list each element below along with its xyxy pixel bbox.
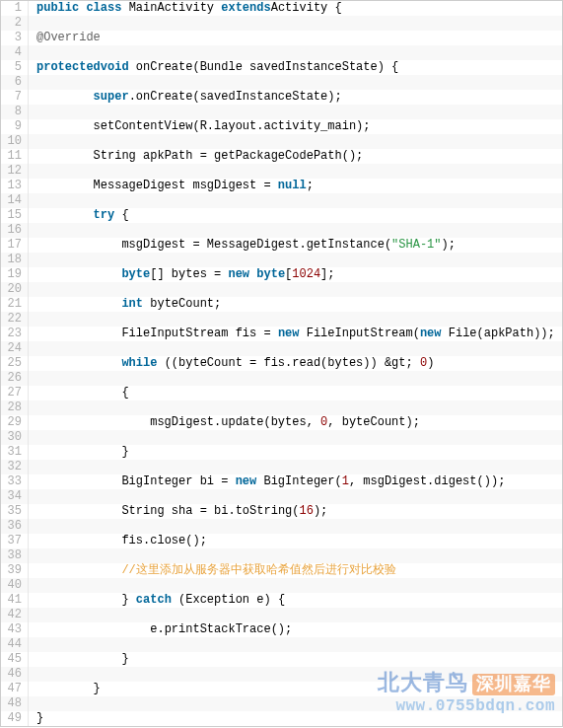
line-number: 1 bbox=[1, 1, 29, 16]
code-content: @Override bbox=[29, 31, 101, 45]
code-content: try { bbox=[29, 208, 129, 223]
line-number: 18 bbox=[1, 253, 29, 267]
code-line: 32 bbox=[1, 460, 562, 474]
line-number: 10 bbox=[1, 134, 29, 149]
code-line: 17 msgDigest = MessageDigest.getInstance… bbox=[1, 238, 562, 253]
code-line: 33 BigInteger bi = new BigInteger(1, msg… bbox=[1, 474, 562, 489]
line-number: 14 bbox=[1, 193, 29, 208]
code-line: 2 bbox=[1, 16, 562, 31]
line-number: 48 bbox=[1, 696, 29, 711]
code-line: 42 bbox=[1, 608, 562, 622]
code-line: 3@Override bbox=[1, 31, 562, 45]
code-content: super.onCreate(savedInstanceState); bbox=[29, 90, 342, 105]
code-line: 40 bbox=[1, 578, 562, 593]
line-number: 7 bbox=[1, 90, 29, 105]
code-line: 13 MessageDigest msgDigest = null; bbox=[1, 179, 562, 193]
line-number: 19 bbox=[1, 267, 29, 282]
code-line: 47 } bbox=[1, 682, 562, 696]
code-content: { bbox=[29, 386, 129, 400]
code-content: protectedvoid onCreate(Bundle savedInsta… bbox=[29, 60, 398, 75]
code-line: 6 bbox=[1, 75, 562, 90]
code-content: msgDigest.update(bytes, 0, byteCount); bbox=[29, 415, 420, 430]
code-content bbox=[29, 253, 36, 267]
code-line: 23 FileInputStream fis = new FileInputSt… bbox=[1, 327, 562, 341]
code-line: 31 } bbox=[1, 445, 562, 460]
code-line: 26 bbox=[1, 371, 562, 386]
code-content: MessageDigest msgDigest = null; bbox=[29, 179, 314, 193]
code-line: 4 bbox=[1, 45, 562, 60]
code-content bbox=[29, 282, 36, 297]
code-content: String sha = bi.toString(16); bbox=[29, 504, 327, 519]
code-content: String apkPath = getPackageCodePath(); bbox=[29, 149, 363, 164]
line-number: 24 bbox=[1, 341, 29, 356]
line-number: 44 bbox=[1, 637, 29, 652]
line-number: 23 bbox=[1, 327, 29, 341]
line-number: 11 bbox=[1, 149, 29, 164]
line-number: 21 bbox=[1, 297, 29, 312]
code-content: public class MainActivity extendsActivit… bbox=[29, 1, 342, 16]
line-number: 36 bbox=[1, 519, 29, 534]
code-content: //这里添加从服务器中获取哈希值然后进行对比校验 bbox=[29, 563, 396, 578]
code-content bbox=[29, 667, 36, 682]
code-line: 11 String apkPath = getPackageCodePath()… bbox=[1, 149, 562, 164]
code-content: while ((byteCount = fis.read(bytes)) &gt… bbox=[29, 356, 434, 371]
code-line: 16 bbox=[1, 223, 562, 238]
line-number: 5 bbox=[1, 60, 29, 75]
code-content bbox=[29, 519, 36, 534]
code-block: 1public class MainActivity extendsActivi… bbox=[0, 0, 563, 727]
code-line: 19 byte[] bytes = new byte[1024]; bbox=[1, 267, 562, 282]
code-content: } catch (Exception e) { bbox=[29, 593, 285, 608]
line-number: 26 bbox=[1, 371, 29, 386]
code-content bbox=[29, 430, 36, 445]
code-line: 37 fis.close(); bbox=[1, 534, 562, 548]
line-number: 37 bbox=[1, 534, 29, 548]
code-content bbox=[29, 105, 36, 119]
code-content: fis.close(); bbox=[29, 534, 207, 548]
line-number: 12 bbox=[1, 164, 29, 179]
code-line: 35 String sha = bi.toString(16); bbox=[1, 504, 562, 519]
code-line: 41 } catch (Exception e) { bbox=[1, 593, 562, 608]
code-content bbox=[29, 16, 36, 31]
code-line: 22 bbox=[1, 312, 562, 327]
code-line: 25 while ((byteCount = fis.read(bytes)) … bbox=[1, 356, 562, 371]
code-line: 5protectedvoid onCreate(Bundle savedInst… bbox=[1, 60, 562, 75]
code-line: 48 bbox=[1, 696, 562, 711]
line-number: 6 bbox=[1, 75, 29, 90]
code-content bbox=[29, 637, 36, 652]
code-content: } bbox=[29, 711, 43, 726]
code-line: 1public class MainActivity extendsActivi… bbox=[1, 1, 562, 16]
code-line: 24 bbox=[1, 341, 562, 356]
code-line: 20 bbox=[1, 282, 562, 297]
line-number: 3 bbox=[1, 31, 29, 45]
code-content bbox=[29, 696, 36, 711]
code-line: 18 bbox=[1, 253, 562, 267]
code-content bbox=[29, 608, 36, 622]
code-line: 49} bbox=[1, 711, 562, 726]
line-number: 39 bbox=[1, 563, 29, 578]
line-number: 41 bbox=[1, 593, 29, 608]
line-number: 31 bbox=[1, 445, 29, 460]
line-number: 17 bbox=[1, 238, 29, 253]
code-content bbox=[29, 223, 36, 238]
line-number: 16 bbox=[1, 223, 29, 238]
line-number: 40 bbox=[1, 578, 29, 593]
line-number: 15 bbox=[1, 208, 29, 223]
code-line: 21 int byteCount; bbox=[1, 297, 562, 312]
line-number: 34 bbox=[1, 489, 29, 504]
line-number: 47 bbox=[1, 682, 29, 696]
line-number: 9 bbox=[1, 119, 29, 134]
line-number: 42 bbox=[1, 608, 29, 622]
code-line: 10 bbox=[1, 134, 562, 149]
code-content bbox=[29, 341, 36, 356]
code-content bbox=[29, 548, 36, 563]
line-number: 49 bbox=[1, 711, 29, 726]
line-number: 27 bbox=[1, 386, 29, 400]
code-content bbox=[29, 164, 36, 179]
code-content: } bbox=[29, 652, 129, 667]
code-line: 7 super.onCreate(savedInstanceState); bbox=[1, 90, 562, 105]
code-content: FileInputStream fis = new FileInputStrea… bbox=[29, 327, 555, 341]
code-content: } bbox=[29, 445, 129, 460]
code-line: 30 bbox=[1, 430, 562, 445]
line-number: 20 bbox=[1, 282, 29, 297]
line-number: 29 bbox=[1, 415, 29, 430]
